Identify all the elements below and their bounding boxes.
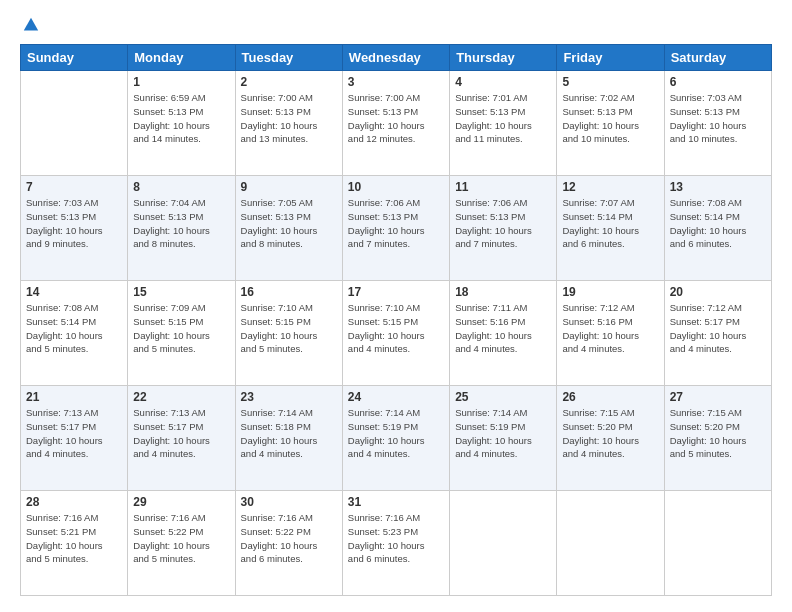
day-number: 18 [455, 285, 551, 299]
day-number: 29 [133, 495, 229, 509]
calendar-cell: 20Sunrise: 7:12 AM Sunset: 5:17 PM Dayli… [664, 281, 771, 386]
calendar-cell: 15Sunrise: 7:09 AM Sunset: 5:15 PM Dayli… [128, 281, 235, 386]
day-info: Sunrise: 7:06 AM Sunset: 5:13 PM Dayligh… [455, 196, 551, 251]
day-info: Sunrise: 7:09 AM Sunset: 5:15 PM Dayligh… [133, 301, 229, 356]
column-header-friday: Friday [557, 45, 664, 71]
day-info: Sunrise: 7:07 AM Sunset: 5:14 PM Dayligh… [562, 196, 658, 251]
calendar-cell: 28Sunrise: 7:16 AM Sunset: 5:21 PM Dayli… [21, 491, 128, 596]
column-header-wednesday: Wednesday [342, 45, 449, 71]
day-info: Sunrise: 7:15 AM Sunset: 5:20 PM Dayligh… [562, 406, 658, 461]
calendar-cell: 5Sunrise: 7:02 AM Sunset: 5:13 PM Daylig… [557, 71, 664, 176]
calendar-cell: 21Sunrise: 7:13 AM Sunset: 5:17 PM Dayli… [21, 386, 128, 491]
day-info: Sunrise: 7:00 AM Sunset: 5:13 PM Dayligh… [241, 91, 337, 146]
calendar-table: SundayMondayTuesdayWednesdayThursdayFrid… [20, 44, 772, 596]
day-info: Sunrise: 7:14 AM Sunset: 5:19 PM Dayligh… [455, 406, 551, 461]
week-row-5: 28Sunrise: 7:16 AM Sunset: 5:21 PM Dayli… [21, 491, 772, 596]
day-number: 28 [26, 495, 122, 509]
day-number: 5 [562, 75, 658, 89]
day-number: 20 [670, 285, 766, 299]
calendar-cell: 30Sunrise: 7:16 AM Sunset: 5:22 PM Dayli… [235, 491, 342, 596]
page: SundayMondayTuesdayWednesdayThursdayFrid… [0, 0, 792, 612]
column-header-sunday: Sunday [21, 45, 128, 71]
day-info: Sunrise: 7:12 AM Sunset: 5:17 PM Dayligh… [670, 301, 766, 356]
day-number: 1 [133, 75, 229, 89]
day-info: Sunrise: 7:15 AM Sunset: 5:20 PM Dayligh… [670, 406, 766, 461]
day-number: 7 [26, 180, 122, 194]
column-header-tuesday: Tuesday [235, 45, 342, 71]
week-row-3: 14Sunrise: 7:08 AM Sunset: 5:14 PM Dayli… [21, 281, 772, 386]
day-number: 12 [562, 180, 658, 194]
calendar-cell [664, 491, 771, 596]
calendar-cell: 14Sunrise: 7:08 AM Sunset: 5:14 PM Dayli… [21, 281, 128, 386]
day-info: Sunrise: 7:13 AM Sunset: 5:17 PM Dayligh… [26, 406, 122, 461]
logo-icon [22, 16, 40, 34]
column-header-thursday: Thursday [450, 45, 557, 71]
day-number: 3 [348, 75, 444, 89]
calendar-cell [557, 491, 664, 596]
day-info: Sunrise: 7:16 AM Sunset: 5:21 PM Dayligh… [26, 511, 122, 566]
day-number: 24 [348, 390, 444, 404]
calendar-cell: 26Sunrise: 7:15 AM Sunset: 5:20 PM Dayli… [557, 386, 664, 491]
day-number: 11 [455, 180, 551, 194]
day-info: Sunrise: 7:13 AM Sunset: 5:17 PM Dayligh… [133, 406, 229, 461]
day-number: 26 [562, 390, 658, 404]
day-number: 27 [670, 390, 766, 404]
calendar-cell: 23Sunrise: 7:14 AM Sunset: 5:18 PM Dayli… [235, 386, 342, 491]
column-header-monday: Monday [128, 45, 235, 71]
calendar-cell: 12Sunrise: 7:07 AM Sunset: 5:14 PM Dayli… [557, 176, 664, 281]
day-number: 8 [133, 180, 229, 194]
day-number: 25 [455, 390, 551, 404]
calendar-cell [21, 71, 128, 176]
calendar-cell: 27Sunrise: 7:15 AM Sunset: 5:20 PM Dayli… [664, 386, 771, 491]
calendar-cell: 25Sunrise: 7:14 AM Sunset: 5:19 PM Dayli… [450, 386, 557, 491]
day-number: 22 [133, 390, 229, 404]
calendar-cell: 11Sunrise: 7:06 AM Sunset: 5:13 PM Dayli… [450, 176, 557, 281]
day-info: Sunrise: 7:04 AM Sunset: 5:13 PM Dayligh… [133, 196, 229, 251]
calendar-cell: 24Sunrise: 7:14 AM Sunset: 5:19 PM Dayli… [342, 386, 449, 491]
day-number: 21 [26, 390, 122, 404]
header [20, 16, 772, 34]
day-info: Sunrise: 6:59 AM Sunset: 5:13 PM Dayligh… [133, 91, 229, 146]
day-number: 6 [670, 75, 766, 89]
day-info: Sunrise: 7:11 AM Sunset: 5:16 PM Dayligh… [455, 301, 551, 356]
day-info: Sunrise: 7:03 AM Sunset: 5:13 PM Dayligh… [670, 91, 766, 146]
calendar-cell: 4Sunrise: 7:01 AM Sunset: 5:13 PM Daylig… [450, 71, 557, 176]
day-number: 14 [26, 285, 122, 299]
calendar-cell: 22Sunrise: 7:13 AM Sunset: 5:17 PM Dayli… [128, 386, 235, 491]
day-number: 30 [241, 495, 337, 509]
day-info: Sunrise: 7:16 AM Sunset: 5:22 PM Dayligh… [241, 511, 337, 566]
day-number: 9 [241, 180, 337, 194]
day-number: 16 [241, 285, 337, 299]
day-number: 17 [348, 285, 444, 299]
calendar-cell: 16Sunrise: 7:10 AM Sunset: 5:15 PM Dayli… [235, 281, 342, 386]
day-info: Sunrise: 7:16 AM Sunset: 5:23 PM Dayligh… [348, 511, 444, 566]
week-row-2: 7Sunrise: 7:03 AM Sunset: 5:13 PM Daylig… [21, 176, 772, 281]
column-header-saturday: Saturday [664, 45, 771, 71]
calendar-header-row: SundayMondayTuesdayWednesdayThursdayFrid… [21, 45, 772, 71]
calendar-cell: 13Sunrise: 7:08 AM Sunset: 5:14 PM Dayli… [664, 176, 771, 281]
calendar-cell: 10Sunrise: 7:06 AM Sunset: 5:13 PM Dayli… [342, 176, 449, 281]
day-info: Sunrise: 7:12 AM Sunset: 5:16 PM Dayligh… [562, 301, 658, 356]
day-info: Sunrise: 7:01 AM Sunset: 5:13 PM Dayligh… [455, 91, 551, 146]
week-row-4: 21Sunrise: 7:13 AM Sunset: 5:17 PM Dayli… [21, 386, 772, 491]
day-info: Sunrise: 7:08 AM Sunset: 5:14 PM Dayligh… [670, 196, 766, 251]
day-info: Sunrise: 7:02 AM Sunset: 5:13 PM Dayligh… [562, 91, 658, 146]
day-info: Sunrise: 7:03 AM Sunset: 5:13 PM Dayligh… [26, 196, 122, 251]
day-number: 31 [348, 495, 444, 509]
calendar-cell: 6Sunrise: 7:03 AM Sunset: 5:13 PM Daylig… [664, 71, 771, 176]
calendar-cell: 18Sunrise: 7:11 AM Sunset: 5:16 PM Dayli… [450, 281, 557, 386]
week-row-1: 1Sunrise: 6:59 AM Sunset: 5:13 PM Daylig… [21, 71, 772, 176]
day-number: 13 [670, 180, 766, 194]
day-info: Sunrise: 7:10 AM Sunset: 5:15 PM Dayligh… [348, 301, 444, 356]
logo [20, 16, 40, 34]
calendar-cell: 9Sunrise: 7:05 AM Sunset: 5:13 PM Daylig… [235, 176, 342, 281]
day-info: Sunrise: 7:10 AM Sunset: 5:15 PM Dayligh… [241, 301, 337, 356]
calendar-cell: 7Sunrise: 7:03 AM Sunset: 5:13 PM Daylig… [21, 176, 128, 281]
day-number: 15 [133, 285, 229, 299]
day-info: Sunrise: 7:14 AM Sunset: 5:18 PM Dayligh… [241, 406, 337, 461]
logo-text [20, 16, 40, 34]
calendar-cell: 19Sunrise: 7:12 AM Sunset: 5:16 PM Dayli… [557, 281, 664, 386]
calendar-cell: 17Sunrise: 7:10 AM Sunset: 5:15 PM Dayli… [342, 281, 449, 386]
day-info: Sunrise: 7:08 AM Sunset: 5:14 PM Dayligh… [26, 301, 122, 356]
day-info: Sunrise: 7:06 AM Sunset: 5:13 PM Dayligh… [348, 196, 444, 251]
